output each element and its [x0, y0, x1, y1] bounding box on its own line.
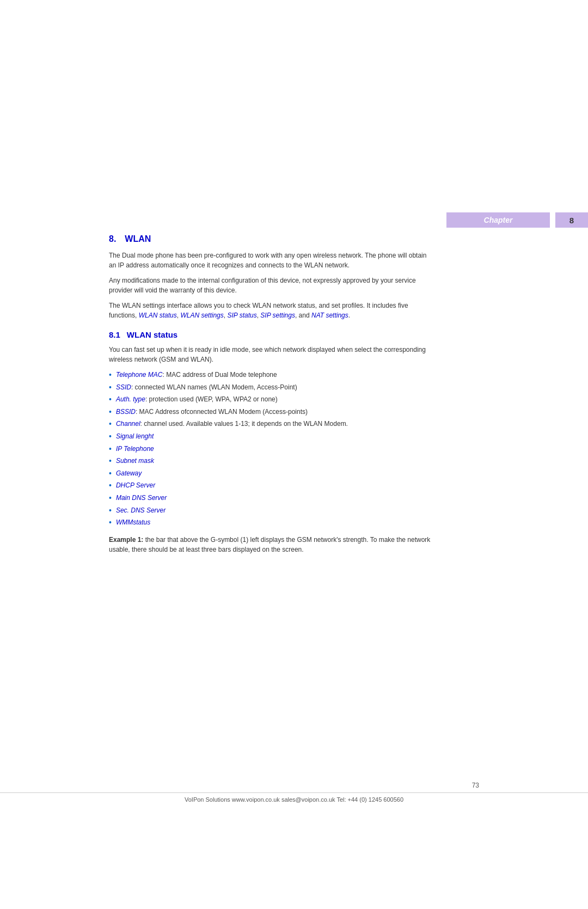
- period1: .: [348, 312, 350, 319]
- section81-title: WLAN status: [127, 330, 177, 339]
- bullet-dot: •: [109, 456, 112, 467]
- bullet-text: Sec. DNS Server: [116, 505, 436, 515]
- bullet-dot: •: [109, 370, 112, 381]
- bullet-dot: •: [109, 382, 112, 393]
- chapter-number-box: 8: [555, 212, 588, 228]
- list-item: • WMMstatus: [109, 517, 436, 528]
- bullet-text: Auth. type: protection used (WEP, WPA, W…: [116, 394, 436, 404]
- bullet-text: Telephone MAC: MAC address of Dual Mode …: [116, 370, 436, 380]
- chapter-bar: Chapter 8: [446, 212, 588, 228]
- link-sip-settings[interactable]: SIP settings: [260, 312, 295, 319]
- list-item: • DHCP Server: [109, 480, 436, 491]
- bullet-link: Subnet mask: [116, 457, 154, 465]
- bullet-text: WMMstatus: [116, 517, 436, 527]
- bullet-plain: : MAC address of Dual Mode telephone: [163, 371, 277, 379]
- list-item: • SSID: connected WLAN names (WLAN Modem…: [109, 382, 436, 393]
- bullet-plain: : protection used (WEP, WPA, WPA2 or non…: [145, 395, 278, 403]
- chapter-label-box: Chapter: [446, 212, 550, 228]
- section8-para2: Any modifications made to the internal c…: [109, 276, 436, 295]
- bullet-text: DHCP Server: [116, 480, 436, 490]
- bullet-dot: •: [109, 394, 112, 405]
- example-bold: Example 1:: [109, 536, 143, 544]
- list-item: • Telephone MAC: MAC address of Dual Mod…: [109, 370, 436, 381]
- chapter-label: Chapter: [484, 216, 513, 224]
- bullet-dot: •: [109, 480, 112, 491]
- bullet-text: Subnet mask: [116, 456, 436, 466]
- bullet-text: Signal lenght: [116, 431, 436, 441]
- bullet-link: Auth. type: [116, 395, 145, 403]
- bullet-text: IP Telephone: [116, 444, 436, 454]
- bullet-link: Channel: [116, 420, 140, 428]
- section81-number: 8.1: [109, 330, 120, 339]
- bullet-dot: •: [109, 407, 112, 418]
- and-text: , and: [295, 312, 311, 319]
- bullet-dot: •: [109, 431, 112, 442]
- bullet-text: Channel: channel used. Available values …: [116, 419, 436, 429]
- bullet-plain: : MAC Address ofconnected WLAN Modem (Ac…: [136, 408, 308, 416]
- bullet-text: SSID: connected WLAN names (WLAN Modem, …: [116, 382, 436, 392]
- bullet-link: IP Telephone: [116, 445, 154, 453]
- bullet-plain: : channel used. Available values 1-13; i…: [140, 420, 348, 428]
- footer: VoIPon Solutions www.voipon.co.uk sales@…: [0, 792, 588, 803]
- list-item: • BSSID: MAC Address ofconnected WLAN Mo…: [109, 407, 436, 418]
- section8-number: 8.: [109, 234, 116, 244]
- bullet-text: Main DNS Server: [116, 493, 436, 503]
- list-item: • IP Telephone: [109, 444, 436, 455]
- bullet-dot: •: [109, 505, 112, 516]
- section81-intro: You can fast set up when it is ready in …: [109, 345, 436, 364]
- list-item: • Main DNS Server: [109, 493, 436, 504]
- section8-title: WLAN: [125, 234, 151, 244]
- link-sip-status[interactable]: SIP status: [227, 312, 256, 319]
- link-wlan-status[interactable]: WLAN status: [139, 312, 177, 319]
- bullet-link: Gateway: [116, 469, 142, 477]
- bullet-dot: •: [109, 419, 112, 430]
- section8-para1: The Dual mode phone has been pre-configu…: [109, 251, 436, 270]
- section8-heading: 8. WLAN: [109, 234, 436, 244]
- list-item: • Auth. type: protection used (WEP, WPA,…: [109, 394, 436, 405]
- bullet-text: BSSID: MAC Address ofconnected WLAN Mode…: [116, 407, 436, 417]
- bullet-link: Telephone MAC: [116, 371, 163, 379]
- link-nat-settings[interactable]: NAT settings: [311, 312, 348, 319]
- page-container: Chapter 8 8. WLAN The Dual mode phone ha…: [0, 0, 588, 909]
- bullet-dot: •: [109, 444, 112, 455]
- bullet-link: WMMstatus: [116, 518, 150, 526]
- bullet-link: Main DNS Server: [116, 494, 167, 502]
- bullet-link: Sec. DNS Server: [116, 507, 166, 514]
- bullet-link: BSSID: [116, 408, 136, 416]
- bullet-plain: : connected WLAN names (WLAN Modem, Acce…: [131, 383, 297, 391]
- link-wlan-settings[interactable]: WLAN settings: [180, 312, 223, 319]
- bullet-list: • Telephone MAC: MAC address of Dual Mod…: [109, 370, 436, 528]
- page-number: 73: [472, 782, 479, 789]
- example-paragraph: Example 1: the bar that above the G-symb…: [109, 535, 436, 554]
- list-item: • Signal lenght: [109, 431, 436, 442]
- section8-para3: The WLAN settings interface allows you t…: [109, 301, 436, 320]
- bullet-link: SSID: [116, 383, 131, 391]
- bullet-dot: •: [109, 468, 112, 479]
- list-item: • Channel: channel used. Available value…: [109, 419, 436, 430]
- example-plain: the bar that above the G-symbol (1) left…: [109, 536, 430, 553]
- chapter-number: 8: [569, 216, 574, 225]
- bullet-link: DHCP Server: [116, 481, 155, 489]
- bullet-link: Signal lenght: [116, 432, 154, 440]
- list-item: • Gateway: [109, 468, 436, 479]
- bullet-dot: •: [109, 517, 112, 528]
- section81-heading: 8.1 WLAN status: [109, 330, 436, 339]
- list-item: • Subnet mask: [109, 456, 436, 467]
- bullet-dot: •: [109, 493, 112, 504]
- bullet-text: Gateway: [116, 468, 436, 478]
- list-item: • Sec. DNS Server: [109, 505, 436, 516]
- content-area: 8. WLAN The Dual mode phone has been pre…: [109, 234, 436, 554]
